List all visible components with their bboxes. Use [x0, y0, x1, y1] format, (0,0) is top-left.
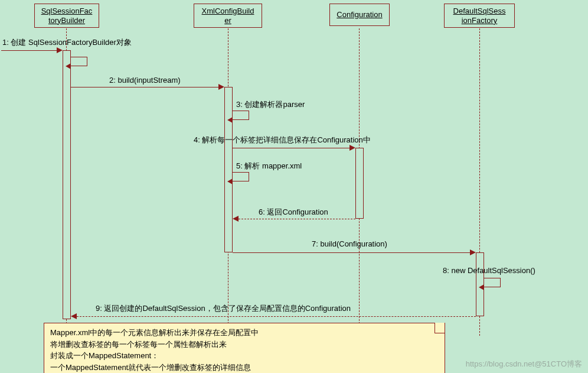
message-5-selfcall: [233, 172, 249, 181]
arrow-head-icon: [71, 313, 77, 319]
participant-label: ionFactory: [462, 16, 498, 25]
note-line: 封装成一个MappedStatement：: [50, 350, 439, 362]
message-7-label: 7: build(Configuration): [312, 239, 387, 248]
arrow-head-icon: [349, 145, 355, 151]
message-5-label: 5: 解析 mapper.xml: [236, 161, 302, 171]
arrow-head-icon: [470, 249, 476, 255]
participant-label: Configuration: [337, 10, 382, 19]
arrow-head-icon: [218, 84, 224, 90]
note-line: 将增删改查标签的每一个标签每一个属性都解析出来: [50, 339, 439, 351]
message-7-arrow: [233, 252, 470, 253]
arrow-head-icon: [233, 216, 239, 222]
arrow-head-icon: [57, 47, 63, 53]
message-8-selfcall: [484, 278, 501, 287]
message-2-arrow: [71, 87, 218, 87]
activation-bar: [355, 148, 364, 219]
note-line: Mapper.xml中的每一个元素信息解析出来并保存在全局配置中: [50, 327, 439, 339]
participant-label: XmlConfigBuild: [202, 7, 254, 15]
message-1-arrow: [1, 50, 57, 51]
participant-label: DefaultSqlSess: [453, 7, 506, 15]
note-line: 一个MappedStatement就代表一个增删改查标签的详细信息: [50, 362, 439, 374]
participant-label: SqlSessionFac: [41, 7, 93, 15]
message-4-label: 4: 解析每一个标签把详细信息保存在Configuration中: [194, 135, 371, 145]
self-call-bracket: [71, 57, 87, 66]
message-2-label: 2: build(inputStream): [109, 76, 181, 85]
message-8-label: 8: new DefaultSqlSession(): [443, 266, 535, 275]
watermark-text: https://blog.csdn.net@51CTO博客: [466, 359, 582, 369]
message-1-label: 1: 创建 SqlSessionFactoryBuilder对象: [2, 37, 132, 48]
message-9-label: 9: 返回创建的DefaultSqlSession，包含了保存全局配置信息的Co…: [96, 303, 351, 314]
participant-sqlsessionfactorybuilder: SqlSessionFac toryBuilder: [34, 4, 99, 28]
participant-xmlconfigbuilder: XmlConfigBuild er: [194, 4, 262, 28]
message-6-arrow: [239, 219, 355, 219]
message-3-selfcall: [233, 111, 249, 120]
note-fold-icon: [435, 323, 445, 333]
participant-configuration: Configuration: [329, 4, 390, 26]
message-4-arrow: [233, 148, 349, 148]
message-3-label: 3: 创建解析器parser: [236, 99, 305, 110]
message-6-label: 6: 返回Configuration: [259, 207, 328, 218]
activation-bar: [224, 87, 233, 252]
participant-label: er: [224, 16, 231, 25]
activation-bar: [63, 50, 71, 319]
note-box: Mapper.xml中的每一个元素信息解析出来并保存在全局配置中 将增删改查标签…: [44, 323, 445, 373]
participant-defaultsqlsessionfactory: DefaultSqlSess ionFactory: [444, 4, 515, 28]
message-9-arrow: [77, 316, 476, 317]
participant-label: toryBuilder: [48, 16, 85, 25]
